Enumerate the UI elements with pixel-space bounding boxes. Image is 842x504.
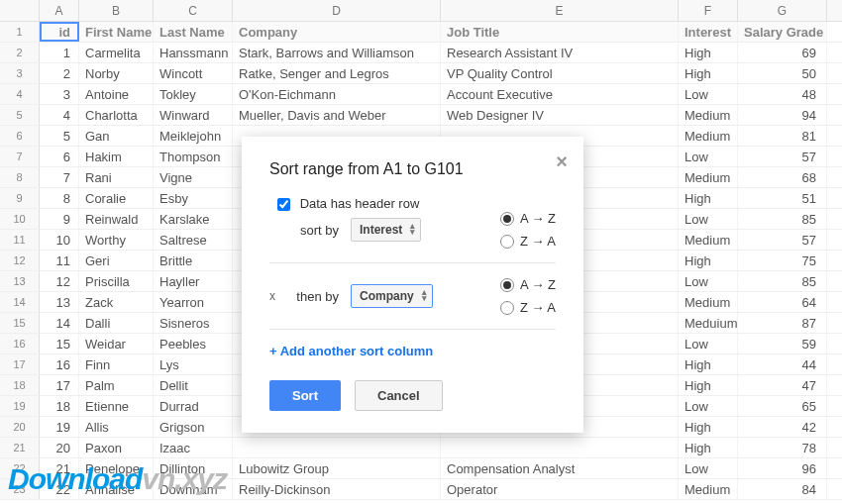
- cell[interactable]: Job Title: [441, 22, 679, 42]
- row-number[interactable]: 20: [0, 417, 40, 437]
- row-number[interactable]: 3: [0, 63, 40, 83]
- cell[interactable]: Low: [679, 271, 738, 291]
- cell[interactable]: Etienne: [79, 396, 154, 416]
- cell[interactable]: Low: [679, 458, 738, 478]
- cell[interactable]: Vigne: [154, 167, 233, 187]
- cell[interactable]: 48: [738, 84, 827, 104]
- cell[interactable]: High: [679, 43, 738, 62]
- cell[interactable]: 2: [40, 63, 79, 83]
- cell[interactable]: Meduium: [679, 313, 738, 333]
- cell[interactable]: High: [679, 417, 738, 437]
- row-number[interactable]: 15: [0, 313, 40, 333]
- cell[interactable]: Coralie: [79, 188, 154, 208]
- cell[interactable]: 4: [40, 105, 79, 125]
- row-number[interactable]: 9: [0, 188, 40, 208]
- row-number[interactable]: 17: [0, 354, 40, 374]
- row-number[interactable]: 1: [0, 22, 40, 42]
- cell[interactable]: Winward: [154, 105, 233, 125]
- cell[interactable]: Low: [679, 396, 738, 416]
- column-header-B[interactable]: B: [79, 0, 154, 21]
- cell[interactable]: 57: [738, 147, 827, 166]
- cell[interactable]: Medium: [679, 479, 738, 499]
- row-number[interactable]: 16: [0, 334, 40, 353]
- cell[interactable]: Account Executive: [441, 84, 679, 104]
- cell[interactable]: Karslake: [154, 209, 233, 229]
- cell[interactable]: Carmelita: [79, 43, 154, 62]
- cell[interactable]: Meiklejohn: [154, 126, 233, 146]
- row-number[interactable]: 5: [0, 105, 40, 125]
- cell[interactable]: 5: [40, 126, 79, 146]
- cell[interactable]: Priscilla: [79, 271, 154, 291]
- cell[interactable]: Dalli: [79, 313, 154, 333]
- cell[interactable]: Zack: [79, 292, 154, 312]
- cell[interactable]: 57: [738, 230, 827, 250]
- cell[interactable]: Low: [679, 209, 738, 229]
- header-row-checkbox[interactable]: Data has header row: [277, 196, 419, 211]
- column-header-E[interactable]: E: [441, 0, 679, 21]
- cell[interactable]: 85: [738, 271, 827, 291]
- cell[interactable]: High: [679, 375, 738, 395]
- column-header-F[interactable]: F: [679, 0, 738, 21]
- row-number[interactable]: 18: [0, 375, 40, 395]
- cell[interactable]: Allis: [79, 417, 154, 437]
- cell[interactable]: Izaac: [154, 438, 233, 457]
- row-number[interactable]: 4: [0, 84, 40, 104]
- cell[interactable]: Antoine: [79, 84, 154, 104]
- row-number[interactable]: 2: [0, 43, 40, 62]
- cell[interactable]: 69: [738, 43, 827, 62]
- radio-az-2[interactable]: A → Z: [500, 277, 556, 292]
- cell[interactable]: 87: [738, 313, 827, 333]
- cell[interactable]: Paxon: [79, 438, 154, 457]
- cell[interactable]: 14: [40, 313, 79, 333]
- column-header-G[interactable]: G: [738, 0, 827, 21]
- cell[interactable]: 68: [738, 167, 827, 187]
- row-number[interactable]: 13: [0, 271, 40, 291]
- row-number[interactable]: 8: [0, 167, 40, 187]
- row-number[interactable]: 12: [0, 251, 40, 270]
- cell[interactable]: 10: [40, 230, 79, 250]
- cell[interactable]: 51: [738, 188, 827, 208]
- cell[interactable]: Geri: [79, 251, 154, 270]
- cell[interactable]: Medium: [679, 126, 738, 146]
- cell[interactable]: id: [40, 22, 79, 42]
- close-icon[interactable]: ×: [556, 151, 568, 173]
- sort-by-column-select[interactable]: Interest ▴▾: [351, 218, 421, 242]
- then-by-column-select[interactable]: Company ▴▾: [351, 284, 433, 308]
- cell[interactable]: 96: [738, 458, 827, 478]
- cell[interactable]: 64: [738, 292, 827, 312]
- cell[interactable]: Last Name: [154, 22, 233, 42]
- cell[interactable]: Thompson: [154, 147, 233, 166]
- cell[interactable]: 75: [738, 251, 827, 270]
- cell[interactable]: 47: [738, 375, 827, 395]
- cell[interactable]: O'Kon-Eichmann: [233, 84, 441, 104]
- cell[interactable]: High: [679, 438, 738, 457]
- cell[interactable]: Reilly-Dickinson: [233, 479, 441, 499]
- cell[interactable]: Salary Grade: [738, 22, 827, 42]
- cell[interactable]: Brittle: [154, 251, 233, 270]
- row-number[interactable]: 7: [0, 147, 40, 166]
- radio-az-1[interactable]: A → Z: [500, 211, 556, 226]
- cell[interactable]: 50: [738, 63, 827, 83]
- cell[interactable]: Rani: [79, 167, 154, 187]
- cell[interactable]: 11: [40, 251, 79, 270]
- column-header-D[interactable]: D: [233, 0, 441, 21]
- cell[interactable]: 12: [40, 271, 79, 291]
- row-number[interactable]: 21: [0, 438, 40, 457]
- cell[interactable]: Tokley: [154, 84, 233, 104]
- cell[interactable]: 42: [738, 417, 827, 437]
- cell[interactable]: Charlotta: [79, 105, 154, 125]
- cell[interactable]: [441, 438, 679, 457]
- cell[interactable]: 94: [738, 105, 827, 125]
- row-number[interactable]: 14: [0, 292, 40, 312]
- cell[interactable]: Sisneros: [154, 313, 233, 333]
- cell[interactable]: 65: [738, 396, 827, 416]
- cell[interactable]: Compensation Analyst: [441, 458, 679, 478]
- column-header-C[interactable]: C: [154, 0, 233, 21]
- cell[interactable]: 15: [40, 334, 79, 353]
- cell[interactable]: Hakim: [79, 147, 154, 166]
- cell[interactable]: High: [679, 63, 738, 83]
- cell[interactable]: Durrad: [154, 396, 233, 416]
- cell[interactable]: Medium: [679, 105, 738, 125]
- cell[interactable]: [233, 438, 441, 457]
- cell[interactable]: Research Assistant IV: [441, 43, 679, 62]
